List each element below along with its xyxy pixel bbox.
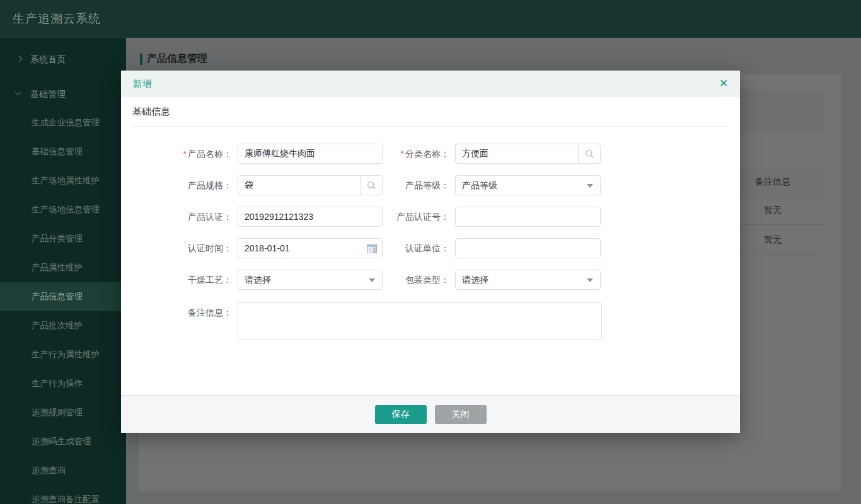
sidebar-item-product-info[interactable]: 产品信息管理 bbox=[0, 282, 126, 311]
close-button[interactable]: 关闭 bbox=[435, 405, 487, 424]
top-bar: 生产追溯云系统 bbox=[0, 0, 861, 38]
packaging-type-select[interactable]: 请选择 bbox=[455, 270, 601, 290]
dropdown-arrow-icon bbox=[587, 278, 593, 282]
sidebar-item-behavior-attr[interactable]: 生产行为属性维护 bbox=[0, 340, 126, 369]
product-grade-value: 产品等级 bbox=[462, 180, 497, 190]
sidebar-item-trace-query-remark[interactable]: 追溯查询备注配置 bbox=[0, 485, 126, 504]
sidebar-item-trace-rule[interactable]: 追溯规则管理 bbox=[0, 398, 126, 427]
sidebar-item-site-attr[interactable]: 生产场地属性维护 bbox=[0, 166, 126, 195]
modal-header: 新增 ✕ bbox=[121, 71, 740, 97]
close-icon[interactable]: ✕ bbox=[717, 77, 731, 91]
app-root: 生产追溯云系统 系统首页 基础管理 生成企业信息管理 基础信息管理 生产场地属性… bbox=[0, 0, 861, 504]
sidebar-item-enterprise-info[interactable]: 生成企业信息管理 bbox=[0, 108, 126, 137]
product-grade-label: 产品等级： bbox=[349, 175, 449, 195]
sidebar-item-label: 系统首页 bbox=[30, 47, 66, 72]
cert-unit-label: 认证单位： bbox=[349, 238, 449, 258]
search-icon[interactable] bbox=[578, 144, 600, 163]
add-product-modal: 新增 ✕ 基础信息 *产品名称： *分类名称： 产品规格： bbox=[121, 71, 740, 433]
drying-process-value: 请选择 bbox=[245, 275, 271, 285]
sidebar-item-label: 基础管理 bbox=[30, 81, 66, 106]
remark-label: 备注信息： bbox=[121, 302, 232, 323]
drying-process-label: 干燥工艺： bbox=[121, 270, 232, 290]
section-title: 基础信息 bbox=[132, 106, 170, 118]
product-spec-label: 产品规格： bbox=[121, 175, 232, 195]
modal-footer: 保存 关闭 bbox=[121, 395, 740, 433]
sidebar-item-product-attr[interactable]: 产品属性维护 bbox=[0, 253, 126, 282]
cert-unit-input[interactable] bbox=[456, 239, 600, 258]
product-cert-no-field bbox=[455, 207, 601, 227]
sidebar-item-home[interactable]: 系统首页 bbox=[0, 47, 126, 72]
product-name-label: *产品名称： bbox=[121, 144, 232, 164]
category-name-input[interactable] bbox=[456, 144, 578, 163]
product-spec-input[interactable] bbox=[238, 176, 360, 195]
sidebar-item-behavior-op[interactable]: 生产行为操作 bbox=[0, 369, 126, 398]
cert-time-label: 认证时间： bbox=[121, 238, 232, 258]
sidebar-item-product-category[interactable]: 产品分类管理 bbox=[0, 224, 126, 253]
chevron-down-icon bbox=[15, 89, 21, 96]
sidebar-item-site-info[interactable]: 生产场地信息管理 bbox=[0, 195, 126, 224]
app-title: 生产追溯云系统 bbox=[13, 0, 101, 38]
packaging-type-label: 包装类型： bbox=[349, 270, 449, 290]
save-button[interactable]: 保存 bbox=[375, 405, 427, 424]
sidebar-item-trace-query[interactable]: 追溯查询 bbox=[0, 456, 126, 485]
sidebar-item-product-batch[interactable]: 产品批次维护 bbox=[0, 311, 126, 340]
cert-unit-field bbox=[455, 238, 601, 258]
packaging-type-value: 请选择 bbox=[462, 275, 488, 285]
sidebar-submenu: 生成企业信息管理 基础信息管理 生产场地属性维护 生产场地信息管理 产品分类管理… bbox=[0, 108, 126, 504]
required-asterisk: * bbox=[183, 149, 187, 159]
sidebar-item-trace-code[interactable]: 追溯码生成管理 bbox=[0, 427, 126, 456]
category-name-field bbox=[455, 144, 601, 164]
product-grade-select[interactable]: 产品等级 bbox=[455, 175, 601, 195]
product-cert-no-input[interactable] bbox=[456, 207, 600, 226]
product-cert-label: 产品认证： bbox=[121, 207, 232, 227]
section-divider bbox=[132, 126, 729, 127]
sidebar-item-basic-info[interactable]: 基础信息管理 bbox=[0, 137, 126, 166]
category-name-label: *分类名称： bbox=[349, 144, 449, 164]
remark-textarea[interactable] bbox=[238, 302, 602, 340]
required-asterisk: * bbox=[401, 149, 404, 159]
chevron-right-icon bbox=[16, 56, 23, 62]
sidebar-item-basic-management[interactable]: 基础管理 bbox=[0, 81, 126, 106]
modal-title: 新增 bbox=[133, 71, 152, 97]
product-cert-no-label: 产品认证号： bbox=[349, 207, 449, 227]
sidebar: 系统首页 基础管理 生成企业信息管理 基础信息管理 生产场地属性维护 生产场地信… bbox=[0, 38, 126, 504]
dropdown-arrow-icon bbox=[587, 184, 593, 188]
